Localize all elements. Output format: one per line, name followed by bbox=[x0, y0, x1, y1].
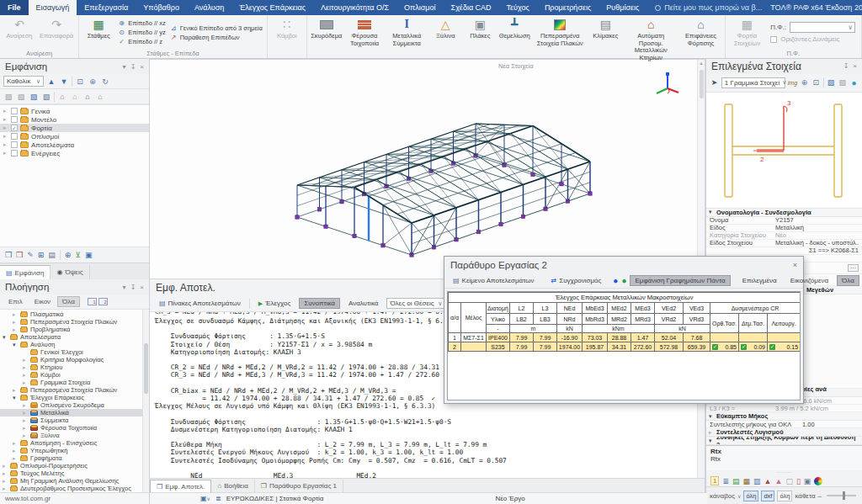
green-dot-icon[interactable]: ● bbox=[621, 276, 626, 285]
move-down-icon[interactable]: ▼ bbox=[59, 77, 69, 86]
fem-slabs-button[interactable]: Πεπερασμένα Στοιχεία Πλακών bbox=[532, 16, 588, 61]
detailed-toggle[interactable]: Αναλυτικά bbox=[343, 298, 383, 309]
workwindow-2-icon[interactable]: 2 bbox=[98, 298, 108, 305]
model-viewport[interactable]: ▴ bbox=[150, 59, 705, 279]
codes-status[interactable]: ΕΥΡΩΚΩΔΙΚΕΣ | Στατικά Φορτία bbox=[226, 495, 324, 502]
plane-z-button[interactable]: ✓Επίπεδο // z bbox=[118, 38, 166, 46]
tab-settings[interactable]: Ρυθμίσεις bbox=[599, 0, 646, 15]
tab-analysis[interactable]: Ανάλυση bbox=[187, 0, 231, 15]
tree-item-loads[interactable]: ▸✓Φορτία bbox=[0, 124, 149, 132]
tree-item-reinforcement[interactable]: ▸Οπλισμοί bbox=[0, 132, 149, 141]
close-icon[interactable]: × bbox=[853, 62, 857, 70]
check-button[interactable]: ▶Έλεγχος bbox=[253, 298, 296, 309]
view-home-tan-icon[interactable]: ⌂ bbox=[70, 93, 80, 101]
tool-icon[interactable]: ✎ bbox=[27, 251, 34, 259]
views-tab[interactable]: ◉Όψεις bbox=[51, 265, 89, 279]
wire-cube-icon[interactable]: ▧ bbox=[838, 78, 847, 87]
auto-steel-model-button[interactable]: ⌂Αυτόματη Προσομ. Μεταλλικών Κτηρίων bbox=[623, 16, 678, 61]
nav-tab-shown[interactable]: Εικον bbox=[29, 296, 56, 307]
selected-filter[interactable]: Επιλεγμένα bbox=[737, 275, 782, 286]
tab-report[interactable]: Τεύχος bbox=[499, 0, 537, 15]
nav-item-analysis[interactable]: ▾Ανάλυση bbox=[0, 341, 149, 348]
plane-xz-button[interactable]: ⊕Επίπεδο // xz bbox=[118, 19, 166, 28]
pin-icon[interactable]: ↧ bbox=[843, 62, 849, 70]
tool-icon[interactable] bbox=[814, 477, 822, 485]
tab-quantities[interactable]: Προμετρήσεις bbox=[537, 0, 599, 15]
horizontal-forces-checkbox[interactable] bbox=[770, 36, 777, 43]
masonry-button[interactable]: Φέρουσα Τοιχοποιία bbox=[344, 16, 386, 61]
pin-icon[interactable]: ↧ bbox=[130, 284, 136, 291]
panel-menu-icon[interactable]: ▾ bbox=[123, 284, 126, 291]
juxtapose-planes-button[interactable]: ↗Παράθεση Επιπέδων bbox=[170, 33, 263, 41]
section-naming[interactable]: ▾Ονοματολογία - Συνδεσμολογία bbox=[706, 209, 862, 217]
tool-icon[interactable]: ⊕ bbox=[65, 251, 72, 259]
checkbox[interactable] bbox=[11, 108, 18, 114]
stairs-button[interactable]: ▤Κλίμακες bbox=[588, 16, 622, 61]
tool-icon[interactable]: ▯ bbox=[796, 477, 801, 485]
help-bottom-tab[interactable]: ⌂Βοήθεια bbox=[211, 480, 255, 492]
checkbox[interactable] bbox=[11, 150, 18, 157]
nav-item[interactable]: ▸Κριτήρια Μορφολογίας bbox=[0, 356, 149, 363]
tab-cad-drawings[interactable]: Σχέδια CAD bbox=[444, 0, 499, 15]
zoom-in-icon[interactable]: ⊕ bbox=[800, 78, 809, 87]
move-up-icon[interactable]: ▲ bbox=[46, 77, 56, 86]
close-icon[interactable]: × bbox=[140, 63, 144, 71]
load-surfaces-button[interactable]: ⌂Επιφάνειες Φόρτισης bbox=[679, 16, 721, 61]
steel-composite-button[interactable]: IΜεταλλικά Σύμμεικτα bbox=[386, 16, 428, 61]
levels-button[interactable]: ▦Στάθμες bbox=[82, 16, 115, 49]
table-row[interactable]: 2 S235 7.99 7.99 1974.00 195.87 34.31 27… bbox=[449, 342, 801, 352]
ellipsis-button[interactable]: ··· bbox=[848, 264, 859, 272]
tab-insert[interactable]: Εισαγωγή bbox=[29, 0, 77, 15]
tool-icon[interactable]: ▣ bbox=[804, 477, 811, 485]
nav-item-results[interactable]: ▾Αποτελέσματα bbox=[0, 333, 149, 341]
nav-item-adequacy[interactable]: ▾Έλεγχοι Επάρκειας bbox=[0, 394, 149, 401]
nodes-button[interactable]: ∷Κόμβοι bbox=[270, 16, 304, 49]
solid-view-icon[interactable]: ● bbox=[849, 78, 859, 88]
close-icon[interactable]: × bbox=[793, 261, 797, 269]
shown-filter[interactable]: Εικονιζόμενα bbox=[785, 275, 833, 286]
pin-icon[interactable]: ↧ bbox=[130, 63, 136, 71]
nav-item[interactable]: ▸Γραφήματα bbox=[0, 454, 149, 462]
nav-item[interactable]: ▸Υπερωθητική bbox=[0, 447, 149, 454]
nav-item-rc[interactable]: ▸Οπλισμένο Σκυρόδεμα bbox=[0, 401, 149, 409]
zoom-window-icon[interactable]: ⊡ bbox=[75, 77, 85, 86]
results-bottom-tab[interactable]: ❒Εμφ. Αποτελ. bbox=[150, 480, 211, 492]
tell-me-search[interactable]: Πείτε μου πως μπορώ να β... bbox=[646, 0, 770, 15]
tool-icon[interactable]: ⊞ bbox=[38, 251, 45, 259]
nav-tab-all[interactable]: Όλα bbox=[57, 296, 80, 307]
tool-icon[interactable]: ❒ bbox=[5, 251, 12, 259]
workwindow1-bottom-tab[interactable]: ❒Παράθυρο Εργασίας 1 bbox=[255, 480, 343, 492]
website-link[interactable]: www.tol.com.gr bbox=[5, 495, 51, 502]
foundations-button[interactable]: ┻Θεμελίωση bbox=[498, 16, 531, 61]
tab-reinforcement[interactable]: Οπλισμοί bbox=[396, 0, 443, 15]
nav-item-steel[interactable]: ▸Μεταλλικά bbox=[0, 409, 149, 416]
display-tab[interactable]: ▤Εμφάνιση bbox=[0, 265, 51, 279]
minus-icon[interactable]: – bbox=[818, 492, 822, 500]
tree-item-general[interactable]: ▸Γενικά bbox=[0, 107, 149, 115]
tree-item-actions[interactable]: ▸Ενέργειες bbox=[0, 149, 149, 157]
nav-item[interactable]: ▸Μη Γραμμική Ανάλυση Θεμελίωσης bbox=[0, 477, 149, 485]
summary-toggle[interactable]: Συνοπτικά bbox=[299, 298, 340, 309]
scope-combo[interactable]: Καθολικ∨ bbox=[3, 76, 44, 87]
table-row[interactable]: 1 ΜΣ7-Σ1 IPE400 7.99 7.99 -16.90 73.03 2… bbox=[449, 333, 801, 342]
checkbox[interactable] bbox=[11, 141, 18, 148]
grid-all2-toggle[interactable]: όλη bbox=[777, 491, 792, 501]
pointer-icon[interactable]: ➤ bbox=[710, 78, 719, 87]
tool-icon[interactable]: ≣ bbox=[722, 477, 729, 485]
view-home-green-icon[interactable]: ⌂ bbox=[95, 93, 105, 101]
redo-button[interactable]: ↷Επαναφορά bbox=[37, 16, 76, 49]
viewport-scrollbar[interactable]: ▴ bbox=[697, 60, 705, 279]
zoom-previous-icon[interactable]: ↻ bbox=[100, 77, 110, 86]
load-case-combo[interactable]: ∨ bbox=[790, 22, 855, 33]
section-flex-length[interactable]: ▾Εύκαμπτο Μήκος bbox=[706, 412, 862, 421]
render-mode-icon[interactable]: ▧ bbox=[41, 93, 51, 101]
nav-item[interactable]: ▸Προβληματικά bbox=[0, 326, 149, 333]
nav-item[interactable]: ▸Αποτίμηση - Ενισχύσεις bbox=[0, 439, 149, 447]
nav-item[interactable]: Γενικοί Έλεγχοι bbox=[0, 348, 149, 356]
section-buckling[interactable]: ▸Συντελεστές Λυγισμού bbox=[706, 428, 862, 437]
checkbox[interactable] bbox=[11, 133, 18, 140]
wireframe-icon[interactable]: ▧ bbox=[3, 93, 13, 101]
undo-button[interactable]: ↶Αναίρεση bbox=[3, 16, 36, 49]
tab-adequacy-check[interactable]: Έλεγχος Επάρκειας bbox=[231, 0, 313, 15]
result-tables-button[interactable]: ▤Πίνακες Αποτελεσμάτων bbox=[154, 298, 246, 309]
